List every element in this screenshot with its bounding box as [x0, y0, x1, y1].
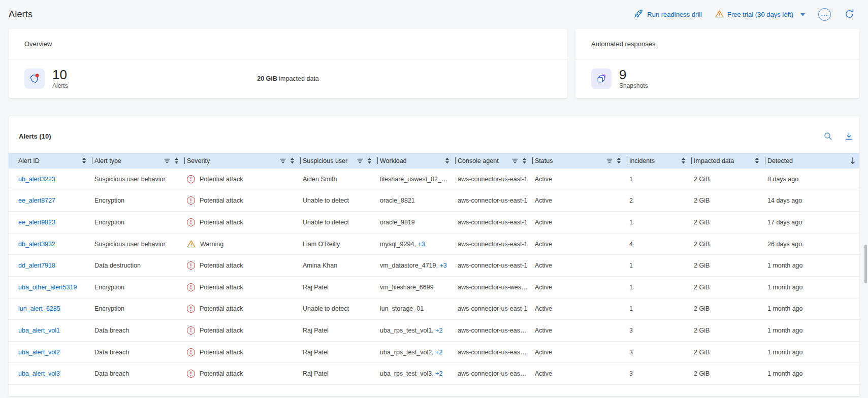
- top-bar: Alerts Run readiness drill: [0, 0, 868, 29]
- page-scrollbar[interactable]: [864, 245, 867, 283]
- cell-suspicious-user: Raj Patel: [303, 370, 380, 377]
- alert-id-link[interactable]: ub_alert3223: [18, 176, 55, 183]
- cell-impacted-data: 2 GiB: [694, 219, 767, 226]
- ellipsis-circle-icon: ...: [818, 8, 831, 21]
- snapshots-stat: 9 Snapshots: [591, 68, 648, 89]
- sort-icon[interactable]: [445, 157, 449, 164]
- free-trial-dropdown[interactable]: Free trial (30 days left): [715, 10, 805, 19]
- filter-icon[interactable]: [357, 158, 363, 163]
- alert-id-link[interactable]: db_alert3932: [18, 241, 55, 248]
- cell-suspicious-user: Amina Khan: [303, 262, 380, 269]
- alert-id-link[interactable]: uba_alert_vol2: [18, 349, 60, 356]
- alert-id-link[interactable]: uba_other_alert5319: [18, 284, 77, 291]
- alert-id-link[interactable]: ee_alert9823: [18, 219, 55, 226]
- column-label: Alert ID: [18, 157, 40, 164]
- cell-detected: 1 month ago: [767, 284, 859, 291]
- cell-status: Active: [535, 262, 629, 269]
- column-header-impacted-data[interactable]: Impacted data: [694, 153, 767, 169]
- sorted-descending-icon[interactable]: [850, 157, 855, 164]
- refresh-button[interactable]: [844, 9, 855, 21]
- filter-icon[interactable]: [164, 158, 170, 163]
- cell-status: Active: [535, 197, 629, 204]
- column-header-console-agent[interactable]: Console agent: [458, 153, 535, 169]
- column-label: Console agent: [458, 157, 499, 164]
- column-label: Incidents: [629, 157, 655, 164]
- sort-icon[interactable]: [681, 157, 686, 164]
- alert-id-link[interactable]: uba_alert_vol1: [18, 327, 60, 334]
- automated-responses-header: Automated responses: [575, 29, 859, 59]
- sort-icon[interactable]: [367, 157, 372, 164]
- column-divider: [627, 157, 627, 164]
- cell-detected: 1 month ago: [767, 370, 859, 377]
- column-header-workload[interactable]: Workload: [380, 153, 458, 169]
- cell-alert-type: Data destruction: [94, 262, 187, 269]
- cell-severity: !Potential attack: [187, 370, 303, 378]
- column-header-alert-type[interactable]: Alert type: [94, 153, 187, 169]
- column-divider: [184, 157, 185, 164]
- search-icon[interactable]: [823, 131, 832, 141]
- potential-attack-icon: !: [187, 196, 195, 205]
- sort-icon[interactable]: [290, 157, 295, 164]
- download-icon[interactable]: [845, 132, 853, 141]
- cell-workload: lun_storage_01: [380, 305, 458, 312]
- sort-icon[interactable]: [755, 157, 759, 164]
- filter-icon[interactable]: [606, 158, 613, 163]
- snapshots-count-label: Snapshots: [619, 82, 648, 89]
- workload-more-link[interactable]: +3: [417, 241, 425, 248]
- filter-icon[interactable]: [512, 158, 518, 163]
- free-trial-label: Free trial (30 days left): [727, 11, 793, 18]
- column-label: Status: [535, 157, 553, 164]
- potential-attack-icon: !: [187, 175, 195, 183]
- column-header-suspicious-user[interactable]: Suspicious user: [303, 153, 380, 169]
- alert-id-link[interactable]: ee_alert8727: [18, 197, 55, 204]
- cell-severity: !Potential attack: [187, 218, 303, 226]
- cell-alert-id: uba_other_alert5319: [18, 284, 94, 291]
- column-header-alert-id[interactable]: Alert ID: [18, 153, 94, 169]
- run-readiness-drill-button[interactable]: Run readiness drill: [634, 9, 702, 20]
- cell-alert-id: ub_alert3223: [18, 176, 94, 183]
- cell-detected: 17 days ago: [767, 219, 859, 226]
- warning-icon: [187, 240, 196, 248]
- sort-icon[interactable]: [617, 157, 621, 164]
- overview-card: Overview 20 GiB impacted data 10: [9, 29, 567, 98]
- table-row: uba_alert_vol3Data breach!Potential atta…: [9, 363, 859, 385]
- alert-id-link[interactable]: uba_alert_vol3: [18, 370, 60, 377]
- table-row: ee_alert9823Encryption!Potential attackU…: [9, 212, 859, 234]
- cell-status: Active: [535, 176, 629, 183]
- column-header-severity[interactable]: Severity: [187, 153, 303, 169]
- cell-console-agent: aws-connector-us-east-1: [458, 305, 535, 312]
- workload-more-link[interactable]: +3: [439, 262, 446, 269]
- table-row: ee_alert8727Encryption!Potential attackU…: [9, 190, 859, 212]
- column-header-status[interactable]: Status: [535, 153, 629, 169]
- cell-workload: uba_rps_test_vol3, +2: [380, 370, 458, 377]
- column-header-detected[interactable]: Detected: [767, 153, 859, 169]
- sort-icon[interactable]: [174, 157, 179, 164]
- cell-alert-id: uba_alert_vol2: [18, 349, 94, 356]
- cell-workload: oracle_9819: [380, 219, 458, 226]
- sort-icon[interactable]: [522, 157, 527, 164]
- cell-alert-id: uba_alert_vol1: [18, 327, 94, 334]
- column-divider: [377, 157, 378, 164]
- table-title: Alerts (10): [19, 132, 51, 140]
- impacted-data-summary: 20 GiB impacted data: [9, 75, 567, 82]
- cell-alert-type: Suspicious user behavior: [94, 241, 187, 248]
- sort-icon[interactable]: [82, 157, 86, 164]
- workload-more-link[interactable]: +2: [435, 349, 442, 356]
- more-options-button[interactable]: ...: [818, 8, 831, 21]
- warning-triangle-icon: [715, 10, 724, 19]
- table-body: ub_alert3223Suspicious user behavior!Pot…: [9, 169, 859, 385]
- workload-more-link[interactable]: +2: [435, 327, 442, 334]
- snapshots-icon: [591, 69, 612, 89]
- cell-incidents: 1: [629, 262, 694, 269]
- potential-attack-icon: !: [187, 326, 195, 335]
- impacted-data-value: 20 GiB: [257, 75, 277, 82]
- filter-icon[interactable]: [280, 158, 286, 163]
- column-header-incidents[interactable]: Incidents: [629, 153, 694, 169]
- cell-suspicious-user: Raj Patel: [303, 284, 380, 291]
- workload-more-link[interactable]: +2: [435, 370, 442, 377]
- alert-id-link[interactable]: dd_alert7918: [18, 262, 55, 269]
- alert-id-link[interactable]: lun_alert_6285: [18, 305, 60, 312]
- column-divider: [691, 157, 692, 164]
- cell-console-agent: aws-connector-us-east-1-...: [458, 327, 535, 334]
- severity-label: Potential attack: [200, 219, 243, 226]
